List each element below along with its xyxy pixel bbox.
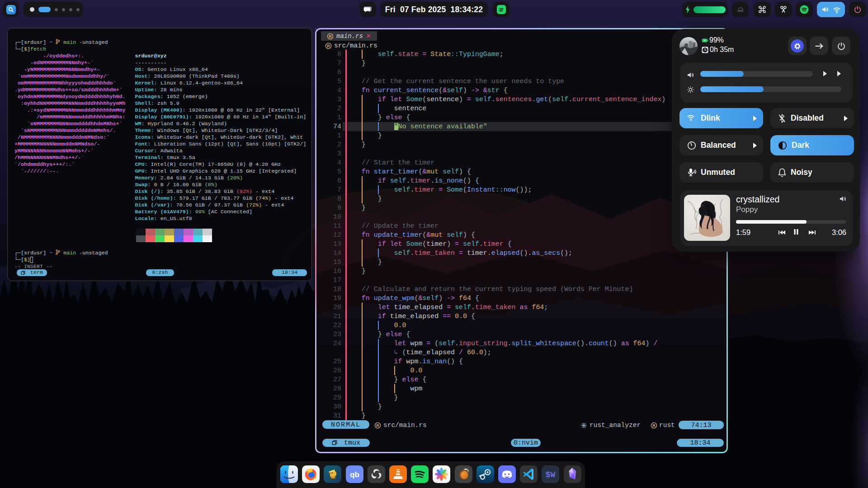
svg-text:R: R [327,43,330,48]
svg-text:R: R [376,423,379,427]
svg-text:qb: qb [350,470,359,479]
svg-text:R: R [329,34,332,38]
svg-text:R: R [652,423,656,427]
svg-text:$W: $W [546,470,556,479]
